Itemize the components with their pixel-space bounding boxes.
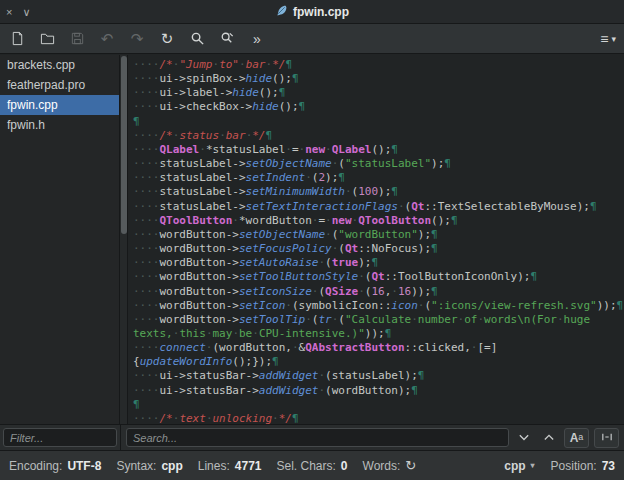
lines-value: 4771	[235, 459, 262, 473]
code-line: ····ui->label->hide();¶	[133, 86, 624, 100]
editor-scrollbar[interactable]	[120, 55, 128, 424]
statusbar: Encoding: UTF-8 Syntax: cpp Lines: 4771 …	[0, 450, 624, 480]
match-case-button[interactable]: Aa	[564, 428, 589, 448]
toolbar-overflow-button[interactable]: »	[248, 30, 266, 48]
open-file-button[interactable]	[38, 30, 56, 48]
reload-icon: ↻	[161, 31, 174, 46]
file-list: brackets.cppfeatherpad.profpwin.cppfpwin…	[0, 55, 119, 135]
sidebar-file-brackets.cpp[interactable]: brackets.cpp	[0, 55, 119, 75]
chevron-down-icon: ▾	[611, 34, 616, 44]
window-title-wrap: fpwin.cpp	[275, 3, 349, 21]
undo-button[interactable]: ↶	[98, 30, 116, 48]
encoding-label: Encoding:	[9, 459, 62, 473]
sidebar-file-fpwin.h[interactable]: fpwin.h	[0, 115, 119, 135]
chevron-up-icon	[543, 430, 555, 445]
code-line: ····ui->statusBar->addWidget·(statusLabe…	[133, 369, 624, 383]
save-icon	[70, 31, 85, 46]
code-line: ····ui->statusBar->addWidget·(wordButton…	[133, 384, 624, 398]
code-line: ····statusLabel->setObjectName·("statusL…	[133, 157, 624, 171]
code-line: ····wordButton->setToolTip·(tr·("Calcula…	[133, 313, 624, 327]
code-line: ····ui->checkBox->hide();¶	[133, 100, 624, 114]
code-line: ····statusLabel->setTextInteractionFlags…	[133, 200, 624, 214]
code-line: ····/*·text·unlocking·*/¶	[133, 412, 624, 424]
code-line: ····wordButton->setIcon·(symbolicIcon::i…	[133, 299, 624, 313]
shade-icon[interactable]: ∨	[22, 7, 30, 18]
position-value: 73	[602, 459, 615, 473]
new-file-button[interactable]	[8, 30, 26, 48]
reload-button[interactable]: ↻	[158, 30, 176, 48]
code-line: ····wordButton->setIconSize·(QSize·(16,·…	[133, 285, 624, 299]
sel-chars-value: 0	[341, 459, 348, 473]
lines-label: Lines:	[198, 459, 230, 473]
code-line: ····QToolButton·*wordButton·=·new·QToolB…	[133, 214, 624, 228]
side-pane: brackets.cppfeatherpad.profpwin.cppfpwin…	[0, 55, 120, 424]
search-button[interactable]	[188, 30, 206, 48]
window-title: fpwin.cpp	[293, 5, 349, 19]
words-label: Words:	[363, 459, 401, 473]
syntax-combobox[interactable]: cpp ▾	[504, 459, 534, 473]
search-input[interactable]	[126, 428, 509, 447]
word-count-refresh-button[interactable]: ↻	[405, 459, 416, 472]
save-button[interactable]	[68, 30, 86, 48]
code-line: ¶	[133, 398, 624, 412]
code-line: ¶	[133, 115, 624, 129]
sel-chars-label: Sel. Chars:	[276, 459, 335, 473]
filter-wrap	[0, 425, 121, 450]
app-icon	[275, 3, 288, 21]
code-line: ····ui->spinBox->hide();¶	[133, 72, 624, 86]
code-line: ····/*·status·bar·*/¶	[133, 129, 624, 143]
overflow-chevron-icon: »	[253, 32, 261, 46]
chevron-down-icon	[518, 430, 530, 445]
chevron-down-icon: ▾	[531, 461, 535, 470]
open-folder-icon	[40, 31, 55, 46]
undo-icon: ↶	[101, 31, 114, 46]
new-file-icon	[10, 31, 25, 46]
lines-status: Lines: 4771	[198, 459, 262, 473]
close-icon[interactable]: ×	[6, 7, 12, 18]
toolbar: ↶ ↷ ↻ » ≡ ▾	[0, 24, 624, 54]
search-icon	[190, 31, 205, 46]
statusbar-right: cpp ▾ Position: 73	[504, 459, 615, 473]
code-line: ····wordButton->setAutoRaise·(true);¶	[133, 256, 624, 270]
titlebar: × ∨ fpwin.cpp	[0, 0, 624, 24]
syntax-status: Syntax: cpp	[116, 459, 182, 473]
encoding-value: UTF-8	[67, 459, 101, 473]
hamburger-menu-icon: ≡	[600, 31, 608, 47]
whole-word-icon	[601, 430, 613, 445]
code-line: ····statusLabel->setIndent·(2);¶	[133, 171, 624, 185]
code-line: texts,·this·may·be·CPU-intensive.)"));¶	[133, 327, 624, 341]
selection-status: Sel. Chars: 0	[276, 459, 347, 473]
filter-input[interactable]	[3, 428, 117, 447]
code-line: {updateWordInfo();});¶	[133, 355, 624, 369]
syntax-label: Syntax:	[116, 459, 156, 473]
main-area: brackets.cppfeatherpad.profpwin.cppfpwin…	[0, 55, 624, 424]
code-line: ····wordButton->setFocusPolicy·(Qt::NoFo…	[133, 242, 624, 256]
find-replace-icon	[220, 31, 235, 46]
scrollbar-thumb[interactable]	[121, 56, 127, 234]
syntax-combobox-value: cpp	[504, 459, 525, 473]
code-line: ····wordButton->setObjectName·("wordButt…	[133, 228, 624, 242]
position-status: Position: 73	[551, 459, 615, 473]
code-line: ····statusLabel->setMinimumWidth·(100);¶	[133, 185, 624, 199]
code-area[interactable]: ····/*·"Jump·to"·bar·*/¶····ui->spinBox-…	[128, 55, 624, 424]
sidebar-file-fpwin.cpp[interactable]: fpwin.cpp	[0, 95, 119, 115]
sidebar-file-featherpad.pro[interactable]: featherpad.pro	[0, 75, 119, 95]
words-status: Words: ↻	[363, 459, 417, 473]
code-line: ····connect·(wordButton,·&QAbstractButto…	[133, 341, 624, 355]
code-line: ····/*·"Jump·to"·bar·*/¶	[133, 58, 624, 72]
encoding-status: Encoding: UTF-8	[9, 459, 101, 473]
window-controls: × ∨	[6, 0, 31, 24]
whole-word-button[interactable]	[594, 428, 619, 448]
match-case-icon: A	[570, 432, 579, 444]
replace-button[interactable]	[218, 30, 236, 48]
search-bar: Aa	[121, 425, 624, 450]
redo-button[interactable]: ↷	[128, 30, 146, 48]
redo-icon: ↷	[131, 31, 144, 46]
syntax-value: cpp	[161, 459, 182, 473]
bottom-bar: Aa	[0, 424, 624, 450]
code-line: ····wordButton->setToolButtonStyle·(Qt::…	[133, 270, 624, 284]
find-next-button[interactable]	[514, 428, 534, 448]
find-previous-button[interactable]	[539, 428, 559, 448]
position-label: Position:	[551, 459, 597, 473]
main-menu-button[interactable]: ≡ ▾	[600, 31, 616, 47]
